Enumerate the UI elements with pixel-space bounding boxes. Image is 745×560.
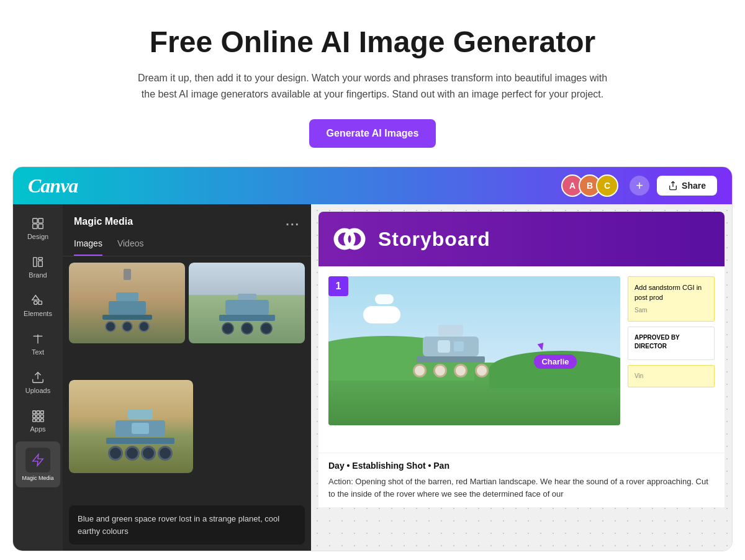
sidebar-label-uploads: Uploads — [25, 387, 50, 394]
scene-rover — [410, 325, 491, 377]
magic-media-icon — [25, 448, 50, 472]
uploads-icon — [31, 371, 45, 384]
sidebar-item-design[interactable]: Design — [16, 210, 60, 246]
note-card-vin: Vin — [628, 365, 715, 387]
storyboard-brand-icon — [333, 223, 366, 255]
sidebar-item-elements[interactable]: Elements — [16, 287, 60, 323]
svg-rect-21 — [41, 419, 44, 422]
sidebar-label-brand: Brand — [29, 271, 47, 279]
svg-rect-18 — [41, 415, 44, 418]
prompt-text[interactable]: Blue and green space rover lost in a str… — [69, 505, 305, 544]
page-subtitle: Dream it up, then add it to your design.… — [130, 70, 615, 102]
generated-image-3[interactable] — [69, 380, 193, 473]
brand-icon — [31, 255, 45, 269]
svg-rect-19 — [33, 419, 36, 422]
svg-rect-0 — [33, 219, 37, 223]
sidebar-item-magic-media[interactable]: Magic Media — [16, 441, 60, 487]
sidebar-item-text[interactable]: Text — [16, 326, 60, 362]
note-approved: APPROVED BY DIRECTOR — [628, 327, 715, 360]
note-text-1: Add sandstorm CGI in post prod — [634, 283, 708, 302]
panel-more-button[interactable]: ... — [286, 214, 300, 228]
scene-action: Action: Opening shot of the barren, red … — [328, 476, 715, 500]
sidebar-item-brand[interactable]: Brand — [16, 249, 60, 285]
tab-images[interactable]: Images — [74, 238, 102, 256]
svg-rect-2 — [33, 224, 37, 228]
cloud — [375, 294, 394, 304]
tab-videos[interactable]: Videos — [117, 238, 144, 256]
note-card-1: Add sandstorm CGI in post prod Sam — [628, 276, 715, 322]
notes-column: Add sandstorm CGI in post prod Sam APPRO… — [628, 276, 715, 443]
page-header: Free Online AI Image Generator Dream it … — [0, 0, 745, 166]
text-icon — [31, 332, 45, 346]
apps-icon — [31, 409, 45, 423]
storyboard-description: Day • Establishing Shot • Pan Action: Op… — [318, 453, 725, 507]
elements-icon — [31, 294, 45, 307]
avatar: C — [596, 174, 618, 197]
sidebar: Design Brand Elements — [13, 204, 63, 551]
add-collaborator-button[interactable]: + — [630, 176, 649, 196]
scene-frame-1: 1 — [328, 276, 620, 443]
share-button[interactable]: Share — [657, 176, 717, 196]
charlie-label: Charlie — [534, 355, 576, 369]
svg-rect-3 — [38, 224, 43, 228]
svg-marker-22 — [33, 454, 43, 466]
svg-marker-9 — [32, 296, 39, 300]
sidebar-label-apps: Apps — [30, 425, 45, 433]
svg-rect-8 — [38, 301, 42, 305]
svg-rect-15 — [41, 411, 44, 414]
generated-image-1[interactable] — [69, 263, 185, 350]
canva-logo: Canva — [28, 174, 78, 197]
layout-icon — [31, 217, 45, 230]
sidebar-item-apps[interactable]: Apps — [16, 403, 60, 439]
cloud — [363, 306, 400, 323]
topbar-right: A B C + Share — [561, 174, 717, 197]
svg-rect-20 — [37, 419, 40, 422]
svg-rect-6 — [38, 258, 42, 260]
panel-tabs: Images Videos — [63, 238, 311, 256]
svg-rect-1 — [38, 219, 43, 223]
storyboard-title: Storyboard — [378, 228, 490, 251]
note-author-1: Sam — [634, 306, 708, 315]
storyboard-header: Storyboard — [318, 212, 725, 266]
sidebar-item-uploads[interactable]: Uploads — [16, 364, 60, 400]
magic-icon — [31, 453, 45, 467]
svg-rect-13 — [33, 411, 36, 414]
svg-rect-14 — [37, 411, 40, 414]
storyboard-content: 1 — [318, 266, 725, 453]
scene-title: Day • Establishing Shot • Pan — [328, 461, 715, 471]
panel-title: Magic Media — [74, 216, 133, 227]
share-icon — [668, 181, 678, 191]
scene-number: 1 — [328, 276, 348, 296]
svg-rect-17 — [37, 415, 40, 418]
svg-point-7 — [34, 301, 38, 305]
panel-header: Magic Media ... — [63, 204, 311, 238]
panel-images-grid — [63, 256, 311, 499]
sidebar-label-magic-media: Magic Media — [22, 475, 53, 481]
sidebar-label-elements: Elements — [24, 310, 52, 317]
note-author-vin: Vin — [634, 372, 708, 381]
scene-image: Charlie — [328, 276, 620, 425]
magic-media-panel: Magic Media ... Images Videos — [63, 204, 311, 551]
svg-rect-4 — [34, 258, 37, 267]
generate-button[interactable]: Generate AI Images — [309, 119, 436, 148]
canva-main: Design Brand Elements — [13, 204, 732, 551]
sidebar-label-design: Design — [27, 233, 48, 240]
canva-ui: Canva A B C + Share — [12, 166, 733, 551]
svg-rect-16 — [33, 415, 36, 418]
page-title: Free Online AI Image Generator — [12, 25, 733, 59]
storyboard-logo — [333, 223, 366, 255]
canva-topbar: Canva A B C + Share — [13, 167, 732, 204]
svg-rect-5 — [38, 261, 42, 266]
approved-header: APPROVED BY DIRECTOR — [634, 333, 708, 351]
sidebar-label-text: Text — [32, 348, 44, 356]
generated-image-2[interactable] — [189, 263, 305, 350]
canvas-area: Storyboard 1 — [311, 204, 732, 551]
avatar-group: A B C — [561, 174, 618, 197]
